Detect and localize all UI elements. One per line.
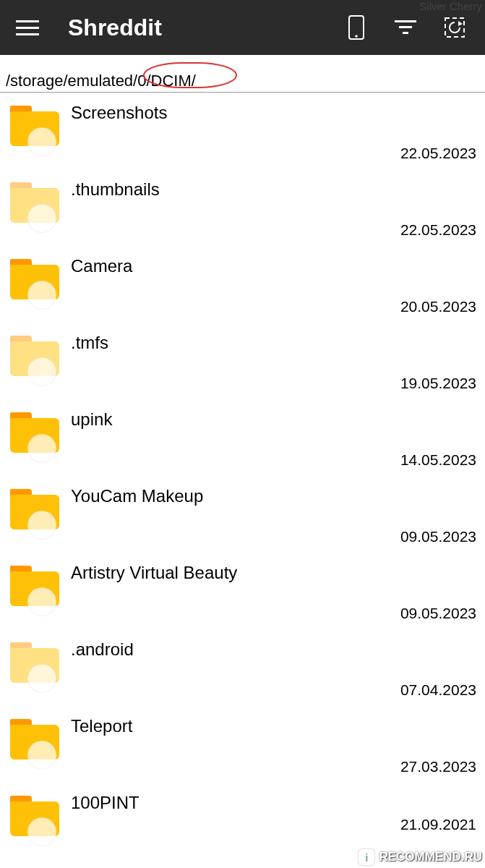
list-item[interactable]: .thumbnails22.05.2023 xyxy=(6,169,479,246)
watermark-bottom: i RECOMMEND.RU xyxy=(359,849,482,865)
svg-rect-4 xyxy=(403,32,408,34)
svg-marker-6 xyxy=(458,21,463,26)
menu-icon[interactable] xyxy=(12,12,43,43)
path-text: /storage/emulated/0/DCIM/ xyxy=(6,72,196,90)
folder-date: 07.04.2023 xyxy=(400,681,476,699)
list-item[interactable]: .android07.04.2023 xyxy=(6,629,479,706)
path-bar[interactable]: /storage/emulated/0/DCIM/ xyxy=(0,55,485,93)
svg-point-1 xyxy=(355,35,358,38)
folder-date: 27.03.2023 xyxy=(400,758,476,775)
folder-date: 21.09.2021 xyxy=(400,816,476,833)
folder-list: Screenshots22.05.2023.thumbnails22.05.20… xyxy=(0,93,485,841)
folder-icon xyxy=(10,719,59,760)
refresh-icon[interactable] xyxy=(439,12,471,43)
filter-icon[interactable] xyxy=(390,12,421,43)
folder-name: .thumbnails xyxy=(71,179,479,200)
phone-icon[interactable] xyxy=(340,12,372,43)
folder-icon xyxy=(10,566,59,606)
folder-date: 22.05.2023 xyxy=(400,221,476,239)
folder-icon xyxy=(10,336,59,376)
folder-date: 09.05.2023 xyxy=(400,528,476,545)
list-item[interactable]: Screenshots22.05.2023 xyxy=(6,93,479,169)
list-item[interactable]: Artistry Virtual Beauty09.05.2023 xyxy=(6,553,479,629)
folder-name: Teleport xyxy=(71,716,479,736)
folder-icon xyxy=(10,412,59,453)
list-item[interactable]: Camera20.05.2023 xyxy=(6,246,479,323)
app-title: Shreddit xyxy=(68,14,332,41)
folder-icon xyxy=(10,106,59,146)
folder-date: 09.05.2023 xyxy=(400,605,476,622)
svg-rect-2 xyxy=(395,20,416,22)
list-item[interactable]: YouCam Makeup09.05.2023 xyxy=(6,476,479,553)
list-item[interactable]: .tmfs19.05.2023 xyxy=(6,323,479,399)
folder-name: 100PINT xyxy=(71,793,479,813)
list-item[interactable]: upink14.05.2023 xyxy=(6,399,479,476)
watermark-bottom-text: RECOMMEND.RU xyxy=(379,850,482,864)
folder-name: YouCam Makeup xyxy=(71,486,479,506)
folder-date: 14.05.2023 xyxy=(400,451,476,469)
folder-name: Screenshots xyxy=(71,103,479,123)
folder-date: 20.05.2023 xyxy=(400,298,476,315)
folder-name: Camera xyxy=(71,256,479,276)
folder-date: 19.05.2023 xyxy=(400,375,476,392)
folder-icon xyxy=(10,259,59,299)
folder-icon xyxy=(10,796,59,836)
folder-date: 22.05.2023 xyxy=(400,145,476,162)
folder-name: .tmfs xyxy=(71,333,479,353)
folder-icon xyxy=(10,642,59,683)
folder-name: Artistry Virtual Beauty xyxy=(71,563,479,583)
list-item[interactable]: 100PINT21.09.2021 xyxy=(6,783,479,841)
folder-name: upink xyxy=(71,409,479,430)
svg-rect-5 xyxy=(445,18,464,37)
folder-name: .android xyxy=(71,639,479,660)
list-item[interactable]: Teleport27.03.2023 xyxy=(6,706,479,783)
watermark-top: Silver Cherry xyxy=(419,0,482,12)
folder-icon xyxy=(10,182,59,223)
svg-rect-3 xyxy=(399,26,412,28)
app-bar: Shreddit xyxy=(0,0,485,55)
folder-icon xyxy=(10,489,59,529)
watermark-badge: i xyxy=(359,849,374,865)
